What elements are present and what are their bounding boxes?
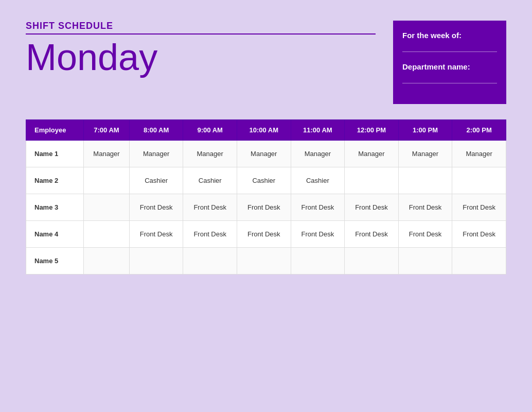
- cell-row3-col1: [84, 194, 130, 221]
- cell-row1-col5: Manager: [291, 141, 345, 167]
- week-row: For the week of:: [402, 31, 497, 52]
- cell-row1-col7: Manager: [398, 141, 452, 167]
- col-time-7: 1:00 PM: [398, 120, 452, 141]
- employee-name-1: Name 1: [26, 141, 84, 167]
- cell-row1-col1: Manager: [84, 141, 130, 167]
- employee-name-4: Name 4: [26, 221, 84, 248]
- cell-row2-col1: [84, 167, 130, 194]
- col-time-6: 12:00 PM: [345, 120, 399, 141]
- cell-row1-col4: Manager: [237, 141, 291, 167]
- cell-row1-col8: Manager: [452, 141, 506, 167]
- col-time-4: 10:00 AM: [237, 120, 291, 141]
- schedule-table: Employee7:00 AM8:00 AM9:00 AM10:00 AM11:…: [26, 119, 506, 274]
- cell-row3-col5: Front Desk: [291, 194, 345, 221]
- department-row: Department name:: [402, 62, 497, 83]
- table-row: Name 4Front DeskFront DeskFront DeskFron…: [26, 221, 506, 248]
- cell-row2-col8: [452, 167, 506, 194]
- cell-row2-col5: Cashier: [291, 167, 345, 194]
- day-title: Monday: [26, 39, 393, 76]
- col-time-8: 2:00 PM: [452, 120, 506, 141]
- department-value: [402, 73, 497, 83]
- cell-row2-col2: Cashier: [129, 167, 183, 194]
- table-row: Name 5: [26, 248, 506, 274]
- cell-row4-col2: Front Desk: [129, 221, 183, 248]
- table-row: Name 1ManagerManagerManagerManagerManage…: [26, 141, 506, 167]
- table-header: Employee7:00 AM8:00 AM9:00 AM10:00 AM11:…: [26, 120, 506, 141]
- week-value: [402, 42, 497, 52]
- col-time-1: 7:00 AM: [84, 120, 130, 141]
- cell-row2-col3: Cashier: [183, 167, 237, 194]
- header-row: Employee7:00 AM8:00 AM9:00 AM10:00 AM11:…: [26, 120, 506, 141]
- cell-row2-col6: [345, 167, 399, 194]
- cell-row5-col7: [398, 248, 452, 274]
- cell-row3-col7: Front Desk: [398, 194, 452, 221]
- cell-row5-col6: [345, 248, 399, 274]
- cell-row1-col6: Manager: [345, 141, 399, 167]
- info-box: For the week of: Department name:: [393, 21, 506, 104]
- cell-row1-col3: Manager: [183, 141, 237, 167]
- cell-row4-col4: Front Desk: [237, 221, 291, 248]
- title-area: SHIFT SCHEDULE Monday: [26, 21, 393, 76]
- table-body: Name 1ManagerManagerManagerManagerManage…: [26, 141, 506, 274]
- page: SHIFT SCHEDULE Monday For the week of: D…: [0, 0, 532, 412]
- employee-name-5: Name 5: [26, 248, 84, 274]
- shift-schedule-label: SHIFT SCHEDULE: [26, 21, 393, 31]
- col-time-3: 9:00 AM: [183, 120, 237, 141]
- col-time-5: 11:00 AM: [291, 120, 345, 141]
- cell-row4-col6: Front Desk: [345, 221, 399, 248]
- cell-row1-col2: Manager: [129, 141, 183, 167]
- title-underline: [26, 33, 376, 35]
- cell-row5-col4: [237, 248, 291, 274]
- cell-row3-col6: Front Desk: [345, 194, 399, 221]
- cell-row5-col5: [291, 248, 345, 274]
- employee-name-3: Name 3: [26, 194, 84, 221]
- cell-row5-col2: [129, 248, 183, 274]
- week-label: For the week of:: [402, 31, 497, 40]
- cell-row5-col3: [183, 248, 237, 274]
- cell-row4-col8: Front Desk: [452, 221, 506, 248]
- table-row: Name 3Front DeskFront DeskFront DeskFron…: [26, 194, 506, 221]
- cell-row2-col7: [398, 167, 452, 194]
- cell-row3-col2: Front Desk: [129, 194, 183, 221]
- cell-row3-col4: Front Desk: [237, 194, 291, 221]
- cell-row5-col8: [452, 248, 506, 274]
- department-label: Department name:: [402, 62, 497, 71]
- cell-row4-col3: Front Desk: [183, 221, 237, 248]
- header-section: SHIFT SCHEDULE Monday For the week of: D…: [26, 21, 506, 104]
- col-time-2: 8:00 AM: [129, 120, 183, 141]
- col-employee: Employee: [26, 120, 84, 141]
- cell-row4-col5: Front Desk: [291, 221, 345, 248]
- cell-row3-col8: Front Desk: [452, 194, 506, 221]
- table-row: Name 2CashierCashierCashierCashier: [26, 167, 506, 194]
- cell-row4-col1: [84, 221, 130, 248]
- cell-row3-col3: Front Desk: [183, 194, 237, 221]
- cell-row5-col1: [84, 248, 130, 274]
- employee-name-2: Name 2: [26, 167, 84, 194]
- cell-row2-col4: Cashier: [237, 167, 291, 194]
- cell-row4-col7: Front Desk: [398, 221, 452, 248]
